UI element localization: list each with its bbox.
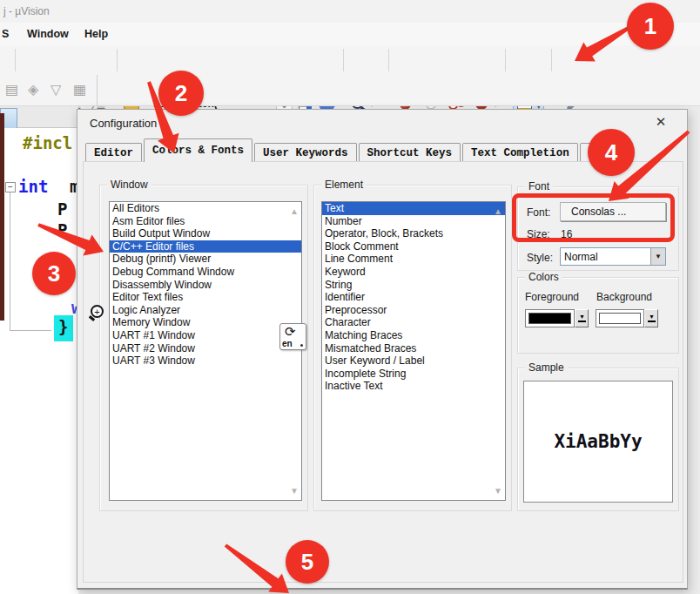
list-item[interactable]: Debug (printf) Viewer bbox=[110, 253, 301, 266]
list-item[interactable]: Operator, Block, Brackets bbox=[322, 227, 505, 240]
annotation-badge-3: 3 bbox=[32, 252, 76, 295]
uvision-window: j - µVision S Window Help ⇤ ⇥ ∕≣ ∕≣ ✎ Ta… bbox=[0, 0, 700, 594]
list-item[interactable]: Memory Window bbox=[110, 316, 301, 329]
scroll-down-icon[interactable]: ▼ bbox=[290, 486, 299, 496]
list-item[interactable]: UART #2 Window bbox=[110, 342, 301, 355]
tab-shortcut-keys[interactable]: Shortcut Keys bbox=[359, 143, 461, 162]
list-item[interactable]: Asm Editor files bbox=[110, 215, 301, 228]
sample-text: XiAaBbYy bbox=[554, 431, 642, 452]
colors-group: Colors Foreground Background ▼ ▼ bbox=[517, 277, 679, 354]
annotation-badge-1: 1 bbox=[627, 3, 674, 50]
list-item[interactable]: Identifier bbox=[322, 291, 505, 304]
toolbar-separator bbox=[505, 49, 506, 71]
windows-stack-icon[interactable]: ▤ bbox=[5, 81, 18, 98]
list-item[interactable]: Incomplete String bbox=[322, 368, 505, 381]
configuration-dialog: Configuration ✕ Editor Colors & Fonts Us… bbox=[77, 109, 688, 590]
style-combo[interactable]: Normal ▼ bbox=[560, 247, 666, 266]
list-item[interactable]: Line Comment bbox=[322, 253, 505, 266]
toolbar-separator bbox=[343, 49, 344, 71]
dialog-tabs: Editor Colors & Fonts User Keywords Shor… bbox=[85, 138, 631, 162]
analysis-icon[interactable]: ◈ bbox=[28, 81, 38, 98]
list-item[interactable]: Number bbox=[322, 215, 505, 228]
list-item[interactable]: Inactive Text bbox=[322, 380, 505, 393]
editor-tab-strip bbox=[0, 106, 78, 128]
fold-line bbox=[10, 330, 51, 331]
list-item[interactable]: Debug Command Window bbox=[110, 266, 301, 279]
close-icon[interactable]: ✕ bbox=[652, 114, 670, 130]
tab-user-keywords[interactable]: User Keywords bbox=[254, 143, 357, 162]
element-listbox[interactable]: ▲ ▼ TextNumberOperator, Block, BracketsB… bbox=[321, 201, 506, 501]
background-sliver bbox=[688, 106, 700, 594]
window-group: Window ▲ ▼ All EditorsAsm Editor filesBu… bbox=[99, 185, 308, 511]
menu-svcs[interactable]: S bbox=[2, 28, 9, 40]
ime-swirl-icon: ⟳ bbox=[285, 324, 296, 340]
window-group-label: Window bbox=[107, 179, 151, 191]
list-item[interactable]: String bbox=[322, 279, 505, 292]
background-color-picker[interactable] bbox=[596, 309, 644, 327]
list-item[interactable]: Block Comment bbox=[322, 240, 505, 253]
toolbar-separator bbox=[551, 49, 552, 71]
menu-window[interactable]: Window bbox=[27, 28, 69, 40]
code-token: } bbox=[58, 317, 68, 336]
main-toolbar: ⇤ ⇥ ∕≣ ∕≣ ✎ Task_Switch( ⌄ d ▾ ✕ ▾ ▾ bbox=[0, 45, 700, 75]
element-group-label: Element bbox=[321, 179, 367, 191]
code-editor[interactable] bbox=[0, 128, 78, 594]
list-item[interactable]: Matching Braces bbox=[322, 329, 505, 342]
list-item[interactable]: Mismatched Braces bbox=[322, 342, 505, 355]
list-item[interactable]: UART #1 Window bbox=[110, 329, 301, 342]
menu-bar: S Window Help bbox=[0, 23, 700, 45]
list-item[interactable]: Build Output Window bbox=[110, 227, 301, 240]
code-token: #incl bbox=[23, 133, 72, 152]
foreground-swatch bbox=[528, 313, 571, 324]
dialog-title: Configuration bbox=[90, 117, 157, 130]
code-token: P bbox=[57, 220, 67, 240]
code-token: int bbox=[18, 177, 48, 196]
list-item[interactable]: UART #3 Window bbox=[110, 354, 301, 368]
scroll-up-icon[interactable]: ▲ bbox=[494, 206, 502, 216]
toolbar-separator bbox=[388, 49, 389, 71]
list-item[interactable]: C/C++ Editor files bbox=[110, 240, 301, 253]
style-label: Style: bbox=[527, 252, 553, 264]
list-item[interactable]: Character bbox=[322, 316, 505, 329]
title-bar: j - µVision bbox=[0, 0, 700, 23]
tab-colors-fonts[interactable]: Colors & Fonts bbox=[144, 138, 252, 162]
foreground-dropdown-button[interactable]: ▼ bbox=[575, 309, 589, 327]
sample-group-label: Sample bbox=[525, 361, 568, 374]
style-combo-arrow[interactable]: ▼ bbox=[650, 248, 665, 265]
list-item[interactable]: All Editors bbox=[110, 202, 301, 215]
ime-language-label: en bbox=[282, 339, 293, 348]
dropdown-arrow-icon: ▼ bbox=[578, 314, 586, 322]
filter-icon[interactable]: ▽ bbox=[50, 81, 61, 98]
debug-toolbar-group: ▤ ◈ ▽ ▦ bbox=[0, 75, 98, 106]
fold-line bbox=[10, 192, 10, 330]
sample-preview-box: XiAaBbYy bbox=[523, 381, 673, 503]
window-title: j - µVision bbox=[3, 5, 50, 17]
scroll-down-icon[interactable]: ▼ bbox=[494, 486, 502, 496]
foreground-color-picker[interactable] bbox=[525, 309, 575, 327]
list-item[interactable]: Keyword bbox=[322, 266, 505, 279]
pattern-icon[interactable]: ▦ bbox=[73, 81, 86, 98]
debug-toolbar: ▤ ◈ ▽ ▦ bbox=[0, 75, 700, 106]
background-dropdown-button[interactable]: ▼ bbox=[644, 309, 658, 327]
font-group-label: Font bbox=[525, 180, 553, 192]
list-item[interactable]: Editor Text files bbox=[110, 291, 301, 304]
tab-text-completion[interactable]: Text Completion bbox=[462, 143, 578, 162]
dropdown-arrow-icon: ▼ bbox=[648, 314, 656, 322]
colors-group-label: Colors bbox=[525, 271, 562, 283]
scroll-up-icon[interactable]: ▲ bbox=[290, 206, 299, 216]
list-item[interactable]: Disassembly Window bbox=[110, 279, 301, 292]
annotation-rectangle-font bbox=[512, 193, 675, 242]
list-item[interactable]: User Keyword / Label bbox=[322, 354, 505, 368]
tab-editor[interactable]: Editor bbox=[85, 143, 142, 162]
fold-minus-box[interactable]: − bbox=[5, 182, 16, 192]
background-swatch bbox=[599, 313, 641, 324]
panel-edge bbox=[0, 113, 4, 321]
annotation-badge-4: 4 bbox=[588, 129, 635, 176]
list-item[interactable]: Logic Analyzer bbox=[110, 304, 301, 317]
menu-help[interactable]: Help bbox=[84, 28, 108, 40]
window-listbox[interactable]: ▲ ▼ All EditorsAsm Editor filesBuild Out… bbox=[109, 201, 302, 501]
list-item[interactable]: Preprocessor bbox=[322, 304, 505, 317]
toolbar-separator bbox=[15, 49, 16, 71]
code-token: P bbox=[57, 199, 67, 219]
list-item[interactable]: Text bbox=[322, 202, 505, 215]
